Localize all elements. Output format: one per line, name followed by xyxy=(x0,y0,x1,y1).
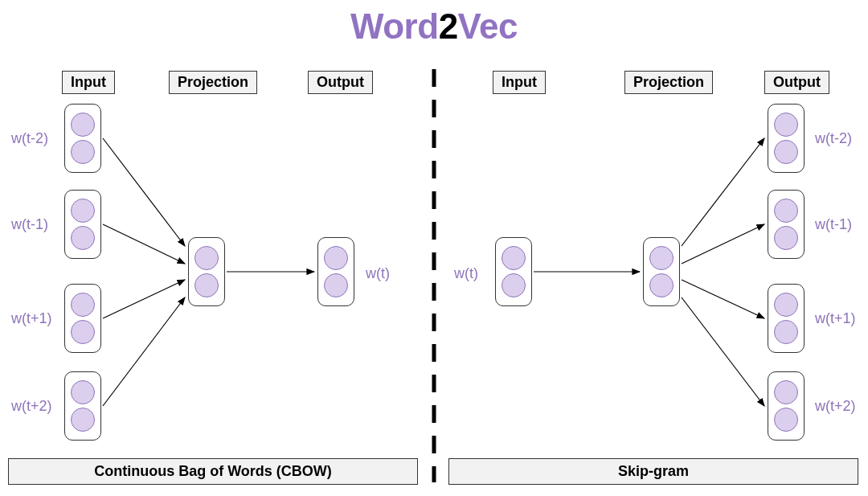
neuron-icon xyxy=(194,246,219,270)
neuron-icon xyxy=(774,226,798,250)
skipgram-output-node-3 xyxy=(768,371,805,441)
skipgram-output-node-2 xyxy=(768,284,805,353)
neuron-icon xyxy=(774,140,798,164)
cbow-input-label-0: w(t-2) xyxy=(11,130,48,147)
diagram-arrows xyxy=(0,0,868,496)
cbow-output-label: w(t) xyxy=(366,265,390,282)
svg-line-3 xyxy=(103,280,185,318)
cbow-input-node-0 xyxy=(64,104,101,173)
cbow-input-node-3 xyxy=(64,371,101,441)
skipgram-input-node xyxy=(495,237,532,306)
neuron-icon xyxy=(71,380,95,404)
neuron-icon xyxy=(774,320,798,344)
neuron-icon xyxy=(71,140,95,164)
svg-line-1 xyxy=(103,138,185,246)
skipgram-caption: Skip-gram xyxy=(448,458,858,485)
title-part-1: Word xyxy=(350,6,439,46)
neuron-icon xyxy=(649,273,674,297)
neuron-icon xyxy=(649,246,674,270)
skipgram-header-input: Input xyxy=(493,71,546,94)
neuron-icon xyxy=(774,113,798,137)
neuron-icon xyxy=(774,293,798,317)
svg-line-7 xyxy=(682,138,764,246)
svg-line-2 xyxy=(103,224,185,264)
svg-line-9 xyxy=(682,280,764,318)
cbow-input-label-1: w(t-1) xyxy=(11,216,48,233)
skipgram-projection-node xyxy=(643,237,680,306)
neuron-icon xyxy=(194,273,219,297)
svg-line-8 xyxy=(682,224,764,264)
neuron-icon xyxy=(774,199,798,223)
neuron-icon xyxy=(502,246,526,270)
cbow-input-node-2 xyxy=(64,284,101,353)
svg-line-4 xyxy=(103,297,185,406)
neuron-icon xyxy=(774,380,798,404)
neuron-icon xyxy=(71,408,95,432)
diagram-title: Word2Vec xyxy=(0,6,868,47)
neuron-icon xyxy=(324,246,348,270)
skipgram-header-output: Output xyxy=(764,71,829,94)
skipgram-output-label-0: w(t-2) xyxy=(815,130,852,147)
neuron-icon xyxy=(324,273,348,297)
title-part-3: Vec xyxy=(458,6,518,46)
skipgram-output-node-1 xyxy=(768,190,805,259)
neuron-icon xyxy=(502,273,526,297)
skipgram-output-label-1: w(t-1) xyxy=(815,216,852,233)
title-part-2: 2 xyxy=(439,6,458,46)
skipgram-output-label-3: w(t+2) xyxy=(815,398,856,415)
cbow-output-node xyxy=(317,237,354,306)
neuron-icon xyxy=(71,293,95,317)
cbow-input-label-3: w(t+2) xyxy=(11,398,52,415)
neuron-icon xyxy=(71,226,95,250)
cbow-projection-node xyxy=(188,237,225,306)
svg-line-10 xyxy=(682,297,764,406)
cbow-header-input: Input xyxy=(62,71,115,94)
neuron-icon xyxy=(71,113,95,137)
neuron-icon xyxy=(71,320,95,344)
skipgram-output-label-2: w(t+1) xyxy=(815,310,856,327)
neuron-icon xyxy=(71,199,95,223)
cbow-header-output: Output xyxy=(308,71,373,94)
cbow-caption: Continuous Bag of Words (CBOW) xyxy=(8,458,418,485)
skipgram-output-node-0 xyxy=(768,104,805,173)
skipgram-header-projection: Projection xyxy=(624,71,713,94)
cbow-input-node-1 xyxy=(64,190,101,259)
skipgram-input-label: w(t) xyxy=(454,265,478,282)
neuron-icon xyxy=(774,408,798,432)
cbow-header-projection: Projection xyxy=(169,71,257,94)
cbow-input-label-2: w(t+1) xyxy=(11,310,52,327)
